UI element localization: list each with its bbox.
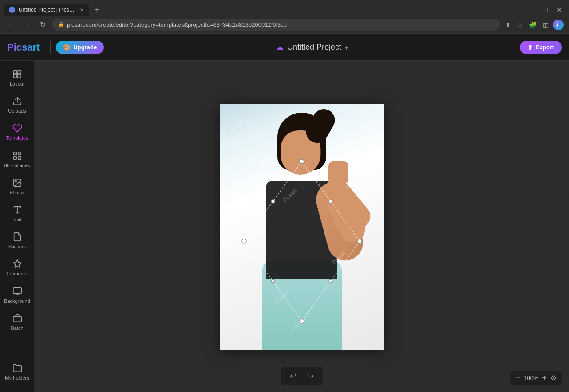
- zoom-in-button[interactable]: +: [542, 373, 547, 383]
- url-text: picsart.com/create/editor?category=templ…: [67, 21, 287, 28]
- stickers-icon: [12, 231, 23, 242]
- profile-avatar[interactable]: 礻: [553, 20, 564, 30]
- redo-button[interactable]: ↪: [305, 370, 316, 382]
- new-tab-button[interactable]: +: [91, 4, 103, 16]
- batch-icon: [12, 313, 23, 324]
- ssl-lock-icon: 🔒: [58, 22, 64, 27]
- sidebar-label-uploads: Uploads: [8, 108, 26, 114]
- svg-marker-13: [13, 260, 21, 267]
- svg-rect-8: [13, 156, 16, 159]
- sidebar-item-my-folders[interactable]: My Folders: [0, 358, 34, 385]
- minimize-button[interactable]: ─: [527, 5, 539, 14]
- sidebar-label-layout: Layout: [10, 81, 24, 87]
- chevron-down-icon[interactable]: ▾: [345, 44, 348, 51]
- main-content: Layout Uploads Templates: [0, 61, 569, 392]
- sidebar-label-elements: Elements: [7, 271, 28, 277]
- sidebar-toggle-button[interactable]: ◫: [541, 20, 550, 29]
- export-button[interactable]: ⬆ Export: [520, 41, 562, 54]
- uploads-icon: [12, 96, 23, 106]
- sidebar: Layout Uploads Templates: [0, 61, 35, 392]
- sidebar-label-stickers: Stickers: [8, 244, 26, 250]
- upgrade-button[interactable]: 🎨 Upgrade: [56, 41, 104, 54]
- sidebar-item-photos[interactable]: Photos: [0, 173, 34, 200]
- svg-rect-0: [13, 71, 16, 74]
- sidebar-item-background[interactable]: Background: [0, 282, 34, 309]
- svg-rect-6: [18, 152, 20, 154]
- zoom-controls: − 100% + ⚙: [510, 371, 562, 385]
- logo-text: Picsart: [7, 42, 40, 53]
- text-icon: [12, 204, 23, 215]
- tab-favicon: [9, 7, 15, 13]
- sidebar-label-my-folders: My Folders: [5, 375, 29, 381]
- reload-button[interactable]: ↻: [37, 20, 48, 30]
- url-bar[interactable]: 🔒 picsart.com/create/editor?category=tem…: [52, 19, 500, 31]
- top-bar: Picsart 🎨 Upgrade ☁ Untitled Project ▾ ⬆…: [0, 34, 569, 61]
- bookmark-button[interactable]: ☆: [515, 20, 525, 29]
- sidebar-label-batch: Batch: [11, 325, 23, 331]
- zoom-settings-button[interactable]: ⚙: [550, 374, 557, 382]
- svg-rect-14: [13, 287, 21, 293]
- svg-rect-2: [13, 74, 16, 78]
- svg-rect-7: [18, 156, 20, 159]
- undo-button[interactable]: ↩: [288, 370, 298, 382]
- share-button[interactable]: ⬆: [504, 20, 513, 29]
- canvas-frame[interactable]: Picsart Picsart Picsart Picsart Picsart …: [220, 104, 384, 350]
- zoom-level: 100%: [524, 375, 538, 381]
- bottom-toolbar: ↩ ↪: [281, 367, 323, 385]
- export-label: Export: [536, 44, 554, 51]
- sidebar-label-templates: Templates: [6, 135, 28, 141]
- templates-icon: [12, 123, 23, 133]
- sidebar-label-collages: 88 Collages: [4, 163, 30, 169]
- collages-icon: [12, 150, 23, 161]
- sidebar-label-text: Text: [12, 217, 21, 223]
- sidebar-item-collages[interactable]: 88 Collages: [0, 146, 34, 173]
- logo: Picsart: [7, 42, 40, 53]
- sidebar-item-text[interactable]: Text: [0, 200, 34, 227]
- sidebar-label-photos: Photos: [9, 190, 24, 196]
- canvas-wrapper: Picsart Picsart Picsart Picsart Picsart …: [220, 104, 384, 350]
- address-bar: ← → ↻ 🔒 picsart.com/create/editor?catego…: [0, 16, 569, 34]
- sidebar-item-stickers[interactable]: Stickers: [0, 227, 34, 254]
- restore-button[interactable]: □: [541, 5, 551, 14]
- svg-rect-5: [13, 152, 16, 154]
- layout-icon: [12, 69, 23, 79]
- svg-rect-3: [17, 74, 20, 78]
- sidebar-label-background: Background: [4, 298, 30, 304]
- upgrade-icon: 🎨: [63, 44, 71, 51]
- forward-button[interactable]: →: [21, 20, 34, 30]
- background-icon: [12, 286, 23, 297]
- sidebar-item-templates[interactable]: Templates: [0, 118, 34, 145]
- project-title-area: ☁ Untitled Project ▾: [276, 43, 348, 52]
- canvas-area[interactable]: Picsart Picsart Picsart Picsart Picsart …: [35, 61, 569, 392]
- photos-icon: [12, 177, 23, 188]
- app-container: Picsart 🎨 Upgrade ☁ Untitled Project ▾ ⬆…: [0, 34, 569, 392]
- extensions-button[interactable]: 🧩: [527, 20, 538, 29]
- tab-close-icon[interactable]: ✕: [80, 7, 84, 13]
- sidebar-item-layout[interactable]: Layout: [0, 64, 34, 91]
- active-tab[interactable]: Untitled Project | Picsart Editor ✕: [4, 4, 89, 16]
- upgrade-label: Upgrade: [73, 44, 97, 51]
- divider: [50, 41, 51, 54]
- elements-icon: [12, 259, 23, 269]
- tab-title: Untitled Project | Picsart Editor: [19, 7, 76, 13]
- svg-point-10: [15, 180, 16, 182]
- svg-rect-1: [17, 71, 20, 74]
- zoom-out-button[interactable]: −: [516, 373, 521, 383]
- sidebar-item-uploads[interactable]: Uploads: [0, 91, 34, 118]
- svg-rect-17: [13, 316, 21, 322]
- my-folders-icon: [12, 363, 23, 373]
- export-icon: ⬆: [528, 44, 533, 51]
- cloud-icon: ☁: [276, 43, 284, 52]
- back-button[interactable]: ←: [5, 20, 18, 30]
- project-title: Untitled Project: [287, 43, 341, 52]
- sidebar-item-batch[interactable]: Batch: [0, 309, 34, 336]
- sidebar-item-elements[interactable]: Elements: [0, 254, 34, 281]
- close-window-button[interactable]: ✕: [553, 5, 565, 14]
